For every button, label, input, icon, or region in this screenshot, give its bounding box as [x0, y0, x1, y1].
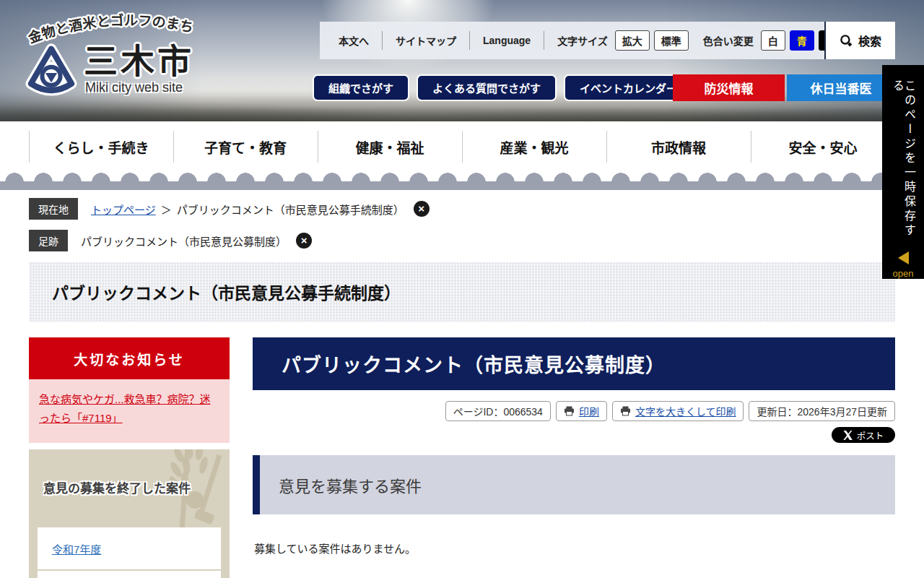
- x-logo-icon: [843, 431, 853, 440]
- list-item[interactable]: [38, 571, 221, 578]
- site-name: 三木市: [84, 43, 194, 79]
- color-blue-button[interactable]: 青: [790, 30, 814, 51]
- nav-item-living[interactable]: くらし・手続き: [29, 121, 173, 172]
- list-item[interactable]: 令和7年度: [38, 527, 221, 571]
- font-enlarge-button[interactable]: 拡大: [615, 30, 650, 51]
- emergency-7119-link[interactable]: 急な病気やケガ...救急車？病院？迷ったら「#7119」: [39, 393, 211, 424]
- updated-date-badge: 更新日：2026年3月27日更新: [749, 401, 895, 421]
- site-subtitle: Miki city web site: [85, 80, 194, 95]
- svg-text:金物と酒米とゴルフのまち: 金物と酒米とゴルフのまち: [25, 12, 195, 46]
- print-large-button[interactable]: 文字を大きくして印刷: [612, 401, 744, 421]
- breadcrumb-separator: ＞: [161, 202, 172, 217]
- reiwa7-link[interactable]: 令和7年度: [52, 541, 101, 556]
- divider: [469, 31, 470, 50]
- closed-cases-title: 意見の募集を終了した案件: [43, 478, 230, 496]
- holiday-doctor-button[interactable]: 休日当番医: [787, 74, 895, 101]
- search-label: 検索: [858, 32, 881, 49]
- page-id-badge: ページID：0066534: [445, 401, 551, 421]
- open-label: open: [893, 268, 914, 279]
- closed-cases-list: 令和7年度: [38, 527, 221, 578]
- current-location-label: 現在地: [29, 198, 78, 220]
- notice-title: 大切なお知らせ: [29, 337, 230, 379]
- sitemap-link[interactable]: サイトマップ: [396, 33, 456, 48]
- page-id-text: ページID：0066534: [453, 404, 543, 418]
- divider: [382, 31, 383, 50]
- site-tagline: 金物と酒米とゴルフのまち: [25, 12, 195, 46]
- quick-search-buttons: 組織でさがす よくある質問でさがす イベントカレンダー: [313, 74, 693, 101]
- close-icon[interactable]: ×: [414, 201, 430, 217]
- nav-item-childcare[interactable]: 子育て・教育: [173, 121, 318, 172]
- footprint-row: 足跡 パブリックコメント（市民意見公募制度） ×: [29, 230, 312, 251]
- miki-city-emblem-icon: [25, 43, 78, 98]
- article-heading: パブリックコメント（市民意見公募制度）: [282, 350, 666, 378]
- footprint-page: パブリックコメント（市民意見公募制度）: [81, 233, 287, 249]
- nav-item-city-info[interactable]: 市政情報: [606, 121, 751, 172]
- nav-item-health[interactable]: 健康・福祉: [318, 121, 462, 172]
- org-search-button[interactable]: 組織でさがす: [313, 74, 409, 101]
- open-arrow-icon: [898, 251, 909, 264]
- utility-bar: 本文へ サイトマップ Language 文字サイズ 拡大 標準 色合い変更 白 …: [320, 22, 895, 59]
- color-white-button[interactable]: 白: [761, 30, 785, 51]
- faq-search-button[interactable]: よくある質問でさがす: [417, 74, 557, 101]
- page-title-band: パブリックコメント（市民意見公募手続制度）: [29, 262, 895, 322]
- home-link[interactable]: トップページ: [91, 202, 156, 217]
- section-heading-band: 意見を募集する案件: [253, 455, 895, 514]
- article-heading-band: パブリックコメント（市民意見公募制度）: [253, 337, 895, 390]
- x-post-button[interactable]: ポスト: [832, 427, 895, 443]
- search-button[interactable]: 検索: [824, 22, 895, 59]
- main-nav: くらし・手続き 子育て・教育 健康・福祉 産業・観光 市政情報 安全・安心: [0, 121, 924, 172]
- tagline-arc: 金物と酒米とゴルフのまち: [25, 4, 219, 48]
- page-title: パブリックコメント（市民意見公募手続制度）: [52, 280, 401, 304]
- font-size-label: 文字サイズ: [557, 33, 608, 48]
- empty-message: 募集している案件はありません。: [254, 540, 416, 556]
- footprint-label: 足跡: [29, 230, 68, 251]
- print-link[interactable]: 印刷: [579, 404, 599, 418]
- article-meta-row: ページID：0066534 印刷 文字を大きくして印刷 更新日：2026年3月2…: [253, 401, 895, 421]
- breadcrumb-current-page: パブリックコメント（市民意見公募手続制度）: [177, 202, 404, 217]
- divider: [544, 31, 544, 50]
- color-scheme-label: 色合い変更: [703, 33, 754, 48]
- save-page-tab[interactable]: このページを一時保存する open: [882, 65, 924, 279]
- post-label: ポスト: [857, 428, 884, 442]
- close-icon[interactable]: ×: [296, 233, 312, 249]
- nav-item-industry[interactable]: 産業・観光: [462, 121, 606, 172]
- print-large-link[interactable]: 文字を大きくして印刷: [635, 404, 736, 418]
- updated-date-text: 更新日：2026年3月27日更新: [757, 404, 887, 418]
- skip-to-content-link[interactable]: 本文へ: [339, 33, 369, 48]
- breadcrumb: 現在地 トップページ ＞ パブリックコメント（市民意見公募手続制度） ×: [29, 198, 430, 220]
- print-button[interactable]: 印刷: [556, 401, 607, 421]
- font-standard-button[interactable]: 標準: [654, 30, 689, 51]
- nav-item-safety[interactable]: 安全・安心: [751, 121, 895, 172]
- printer-icon: [564, 406, 575, 416]
- site-logo[interactable]: 金物と酒米とゴルフのまち 三木市 Miki city web site: [25, 4, 219, 98]
- printer-icon: [620, 406, 631, 416]
- wave-border: [0, 172, 924, 190]
- disaster-info-button[interactable]: 防災情報: [673, 74, 785, 101]
- search-icon: [840, 34, 853, 48]
- language-link[interactable]: Language: [483, 35, 531, 46]
- closed-cases-box: 意見の募集を終了した案件 令和7年度: [29, 449, 230, 578]
- important-notice-box: 大切なお知らせ 急な病気やケガ...救急車？病院？迷ったら「#7119」: [29, 337, 230, 443]
- notice-body: 急な病気やケガ...救急車？病院？迷ったら「#7119」: [29, 379, 230, 443]
- section-heading: 意見を募集する案件: [279, 473, 422, 496]
- save-page-label: このページを一時保存する: [892, 79, 915, 240]
